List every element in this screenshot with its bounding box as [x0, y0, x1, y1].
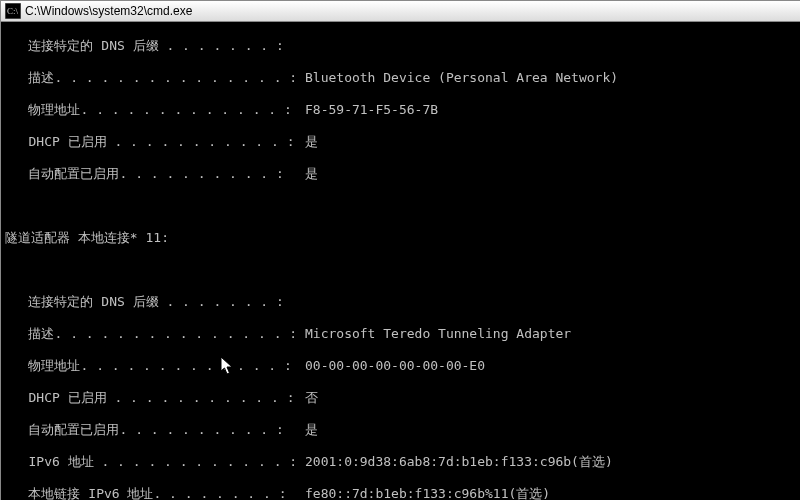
output-row: 本地链接 IPv6 地址. . . . . . . . :fe80::7d:b1…	[5, 486, 797, 500]
output-row: 描述. . . . . . . . . . . . . . . :Microso…	[5, 326, 797, 342]
output-row: 自动配置已启用. . . . . . . . . . :是	[5, 166, 797, 182]
svg-text:C:\: C:\	[7, 6, 19, 16]
titlebar[interactable]: C:\ C:\Windows\system32\cmd.exe	[1, 1, 800, 22]
output-row: DHCP 已启用 . . . . . . . . . . . :是	[5, 134, 797, 150]
output-row: 物理地址. . . . . . . . . . . . . :F8-59-71-…	[5, 102, 797, 118]
output-row: 连接特定的 DNS 后缀 . . . . . . . :	[5, 294, 797, 310]
terminal-output[interactable]: 连接特定的 DNS 后缀 . . . . . . . : 描述. . . . .…	[1, 22, 800, 500]
output-row: DHCP 已启用 . . . . . . . . . . . :否	[5, 390, 797, 406]
window-title: C:\Windows\system32\cmd.exe	[25, 1, 800, 21]
cmd-window: C:\ C:\Windows\system32\cmd.exe 连接特定的 DN…	[0, 0, 800, 500]
output-row: 连接特定的 DNS 后缀 . . . . . . . :	[5, 38, 797, 54]
output-row: IPv6 地址 . . . . . . . . . . . . :2001:0:…	[5, 454, 797, 470]
output-row: 自动配置已启用. . . . . . . . . . :是	[5, 422, 797, 438]
output-row: 物理地址. . . . . . . . . . . . . :00-00-00-…	[5, 358, 797, 374]
blank-line	[5, 262, 797, 278]
cmd-icon: C:\	[5, 3, 21, 19]
blank-line	[5, 198, 797, 214]
section-header: 隧道适配器 本地连接* 11:	[5, 230, 797, 246]
output-row: 描述. . . . . . . . . . . . . . . :Bluetoo…	[5, 70, 797, 86]
